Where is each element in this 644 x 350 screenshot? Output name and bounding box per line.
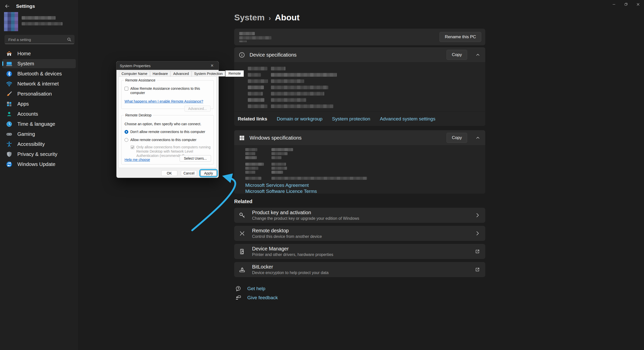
related-item-title: Product key and activation — [252, 210, 359, 215]
related-item-title: Device Manager — [252, 246, 333, 252]
close-button[interactable] — [632, 0, 644, 9]
windows-specifications-header[interactable]: Windows specifications Copy — [234, 130, 485, 145]
cancel-button[interactable]: Cancel — [181, 170, 197, 176]
system-icon — [6, 61, 12, 67]
sidebar-item-system[interactable]: System — [2, 59, 76, 68]
back-button[interactable] — [4, 3, 11, 10]
collapse-device-specs-button[interactable] — [475, 52, 481, 58]
minimize-button[interactable] — [608, 0, 620, 9]
related-section-heading: Related — [234, 199, 252, 204]
related-item-device-manager[interactable]: Device Manager Printer and other drivers… — [234, 244, 485, 259]
sidebar-item-network-internet[interactable]: Network & internet — [2, 79, 76, 88]
copy-windows-specs-button[interactable]: Copy — [447, 133, 467, 143]
collapse-windows-specs-button[interactable] — [475, 135, 481, 141]
dialog-title: System Properties — [120, 64, 209, 68]
restore-button[interactable] — [620, 0, 632, 9]
get-help-icon — [235, 286, 241, 292]
sidebar-item-home[interactable]: Home — [2, 49, 76, 58]
footer-link-label: Get help — [247, 286, 265, 291]
sidebar-nav: Home System Bluetooth & devices Network … — [2, 49, 76, 170]
license-links: Microsoft Services AgreementMicrosoft So… — [245, 183, 485, 194]
sidebar-item-accounts[interactable]: Accounts — [2, 109, 76, 118]
windows-logo-icon — [239, 135, 245, 141]
option-don-t-allow-remote-connections-to-this-computer[interactable]: Don't allow remote connections to this c… — [125, 130, 211, 134]
nla-checkbox — [131, 145, 134, 149]
sidebar-item-windows-update[interactable]: Windows Update — [2, 160, 76, 169]
sidebar-item-label: Home — [17, 51, 31, 57]
related-item-remote-desktop[interactable]: Remote desktop Control this device from … — [234, 226, 485, 241]
sidebar-item-accessibility[interactable]: Accessibility — [2, 140, 76, 149]
sidebar-item-privacy-security[interactable]: Privacy & security — [2, 150, 76, 159]
radio-label: Don't allow remote connections to this c… — [130, 130, 205, 134]
rename-pc-button[interactable]: Rename this PC — [439, 32, 481, 42]
sidebar-item-label: Bluetooth & devices — [17, 71, 62, 77]
radio-button[interactable] — [125, 138, 128, 142]
ok-button[interactable]: OK — [161, 170, 177, 176]
related-links-label: Related links — [238, 116, 267, 122]
app-header: Settings — [4, 3, 35, 10]
link-system-protection[interactable]: System protection — [332, 116, 370, 122]
bitlocker-icon — [239, 266, 246, 273]
breadcrumb-parent[interactable]: System — [234, 13, 265, 22]
remote-desktop-options: Don't allow remote connections to this c… — [125, 130, 211, 142]
remote-tab-page: Remote Assistance Allow Remote Assistanc… — [118, 76, 217, 168]
info-icon — [239, 52, 245, 58]
select-users-button[interactable]: Select Users... — [180, 155, 211, 162]
sidebar-item-apps[interactable]: Apps — [2, 99, 76, 108]
option-allow-remote-connections-to-this-computer[interactable]: Allow remote connections to this compute… — [125, 138, 211, 142]
redacted-windows-specs: Microsoft Services AgreementMicrosoft So… — [234, 145, 485, 194]
time-icon — [6, 121, 12, 127]
tab-advanced[interactable]: Advanced — [171, 71, 191, 76]
redacted-device-specs — [234, 62, 485, 111]
gaming-icon — [6, 131, 12, 137]
sidebar-item-label: Windows Update — [17, 161, 55, 167]
radio-button[interactable] — [125, 130, 128, 134]
allow-remote-assistance-checkbox-row[interactable]: Allow Remote Assistance connections to t… — [125, 86, 211, 95]
minimize-icon — [612, 2, 616, 7]
personalisation-icon — [6, 91, 12, 97]
page-title: About — [275, 13, 300, 22]
radio-label: Allow remote connections to this compute… — [130, 138, 196, 142]
sidebar-item-bluetooth-devices[interactable]: Bluetooth & devices — [2, 69, 76, 78]
search-box — [5, 35, 74, 44]
link-microsoft-software-licence-terms[interactable]: Microsoft Software Licence Terms — [245, 189, 485, 194]
give-feedback-link[interactable]: Give feedback — [235, 294, 278, 301]
advanced-button: Advanced... — [184, 106, 211, 112]
apply-button[interactable]: Apply — [200, 170, 217, 176]
network-icon — [6, 81, 12, 87]
sidebar-item-gaming[interactable]: Gaming — [2, 129, 76, 139]
dialog-close-button[interactable]: ✕ — [209, 63, 215, 69]
link-domain-or-workgroup[interactable]: Domain or workgroup — [277, 116, 323, 122]
sidebar-item-time-language[interactable]: Time & language — [2, 119, 76, 128]
restore-icon — [624, 2, 628, 7]
windows-specifications-card: Windows specifications Copy Microsoft Se… — [234, 130, 485, 194]
tab-computer-name[interactable]: Computer Name — [119, 71, 150, 76]
help-me-choose-link[interactable]: Help me choose — [125, 158, 150, 162]
related-item-bitlocker[interactable]: BitLocker Device encryption to help prot… — [234, 262, 485, 277]
device-manager-icon — [239, 248, 246, 255]
user-profile[interactable] — [4, 12, 63, 31]
sidebar-item-personalisation[interactable]: Personalisation — [2, 89, 76, 98]
related-item-description: Device encryption to help protect your d… — [252, 271, 329, 275]
avatar — [4, 12, 18, 31]
allow-remote-assistance-checkbox[interactable] — [125, 87, 128, 91]
dialog-tabs: Computer NameHardwareAdvancedSystem Prot… — [119, 70, 244, 77]
link-advanced-system-settings[interactable]: Advanced system settings — [380, 116, 435, 122]
copy-device-specs-button[interactable]: Copy — [447, 50, 467, 60]
sidebar-item-label: Apps — [17, 101, 29, 107]
related-links-row: Related links Domain or workgroupSystem … — [234, 111, 485, 126]
related-item-description: Change the product key or upgrade your e… — [252, 216, 359, 221]
tab-remote[interactable]: Remote — [225, 70, 244, 77]
tab-hardware[interactable]: Hardware — [150, 71, 171, 76]
tab-system-protection[interactable]: System Protection — [192, 71, 225, 76]
device-specifications-header[interactable]: Device specifications Copy — [234, 47, 485, 62]
chevron-up-icon — [475, 136, 480, 140]
get-help-link[interactable]: Get help — [235, 285, 278, 292]
chevron-right-icon — [475, 231, 480, 236]
remote-assistance-help-link[interactable]: What happens when I enable Remote Assist… — [125, 99, 203, 103]
link-microsoft-services-agreement[interactable]: Microsoft Services Agreement — [245, 183, 485, 188]
search-input[interactable] — [8, 37, 67, 42]
bluetooth-icon — [6, 71, 12, 77]
close-icon — [636, 2, 640, 7]
related-item-product-key-and-activation[interactable]: Product key and activation Change the pr… — [234, 208, 485, 223]
